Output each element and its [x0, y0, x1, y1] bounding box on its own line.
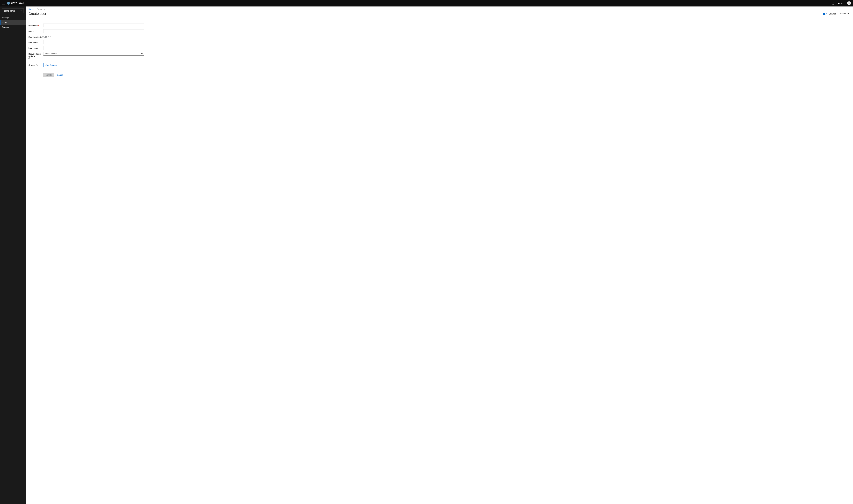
sidebar-item-users[interactable]: Users: [0, 20, 26, 25]
action-dropdown[interactable]: Action: [839, 12, 850, 16]
logo-mark-icon: [7, 2, 10, 5]
caret-down-icon: [843, 3, 845, 4]
enabled-label: Enabled: [829, 13, 836, 15]
first-name-input[interactable]: [43, 40, 144, 44]
last-name-label: Last name: [29, 46, 43, 49]
user-icon: [848, 2, 850, 4]
cancel-button[interactable]: Cancel: [57, 74, 63, 76]
header-left: KEYCLOAK: [2, 2, 25, 5]
required-actions-select[interactable]: Select action: [43, 52, 144, 56]
caret-down-icon: [848, 13, 849, 14]
email-label: Email: [29, 29, 43, 32]
email-verified-toggle[interactable]: [43, 36, 47, 38]
enabled-toggle[interactable]: [823, 13, 826, 15]
email-input[interactable]: [43, 29, 144, 33]
realm-selector[interactable]: demo-demo: [2, 8, 24, 13]
username-label: Username *: [29, 23, 43, 26]
username-input[interactable]: [43, 23, 144, 27]
email-verified-value: Off: [49, 35, 51, 38]
user-name: demo: [837, 2, 842, 5]
sidebar-item-groups[interactable]: Groups: [0, 25, 26, 30]
action-label: Action: [840, 13, 846, 15]
realm-name: demo-demo: [4, 10, 15, 12]
required-indicator: *: [38, 24, 39, 26]
create-user-form: Username * Email Email verified ?: [26, 18, 147, 81]
user-menu[interactable]: demo: [837, 2, 845, 5]
select-placeholder: Select action: [45, 53, 57, 55]
app-logo[interactable]: KEYCLOAK: [7, 2, 25, 5]
avatar[interactable]: [847, 1, 851, 5]
breadcrumb-current: Create user: [37, 8, 47, 10]
help-icon[interactable]: ?: [36, 64, 38, 66]
create-button[interactable]: Create: [43, 73, 54, 77]
page-actions: Enabled Action: [823, 12, 850, 16]
header-right: ? demo: [832, 1, 851, 5]
main-content: Users Create user Create user Enabled Ac…: [26, 6, 853, 504]
last-name-input[interactable]: [43, 46, 144, 50]
help-icon[interactable]: ?: [41, 36, 43, 38]
page-header: Create user Enabled Action: [26, 11, 853, 18]
first-name-label: First name: [29, 40, 43, 43]
required-actions-label: Required user actions ?: [29, 52, 43, 59]
join-groups-button[interactable]: Join Groups: [43, 63, 59, 67]
brand-text: KEYCLOAK: [11, 2, 25, 4]
caret-down-icon: [141, 53, 143, 54]
hamburger-icon[interactable]: [2, 2, 5, 4]
breadcrumb: Users Create user: [26, 6, 853, 11]
page-title: Create user: [29, 12, 47, 16]
caret-down-icon: [20, 11, 22, 11]
help-icon[interactable]: ?: [832, 2, 834, 5]
email-verified-label: Email verified ?: [29, 35, 43, 38]
breadcrumb-users-link[interactable]: Users: [29, 8, 33, 10]
groups-label: Groups ?: [29, 63, 43, 66]
sidebar-section-manage: Manage: [0, 15, 26, 20]
sidebar: demo-demo Manage Users Groups: [0, 6, 26, 504]
app-header: KEYCLOAK ? demo: [0, 0, 853, 6]
chevron-right-icon: [34, 8, 36, 10]
help-icon[interactable]: ?: [29, 57, 30, 59]
